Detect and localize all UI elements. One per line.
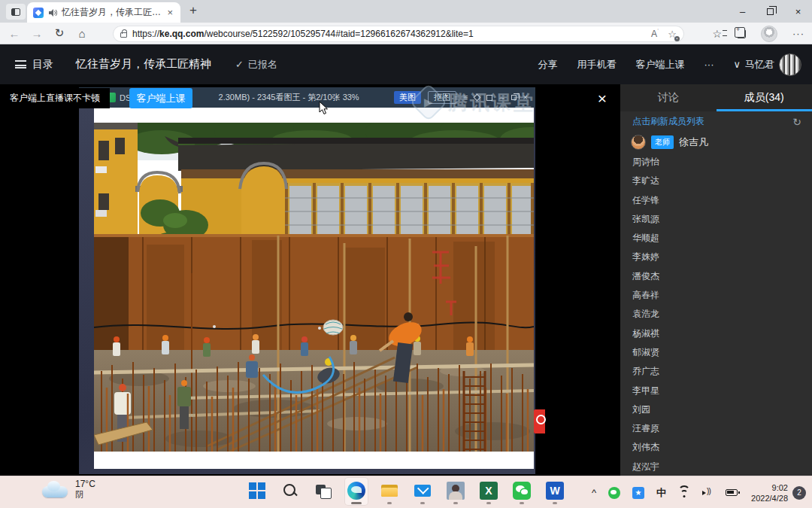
new-tab-button[interactable]: + bbox=[189, 3, 197, 18]
header-more-icon[interactable]: ··· bbox=[704, 59, 714, 70]
window-controls: – × bbox=[729, 0, 812, 23]
watch-on-phone-button[interactable]: 用手机看 bbox=[577, 58, 616, 71]
member-name: 华顺超 bbox=[632, 233, 659, 243]
read-aloud-icon[interactable]: Aʾ bbox=[651, 29, 659, 39]
taskbar-wechat[interactable] bbox=[511, 478, 533, 505]
search-button[interactable] bbox=[279, 478, 301, 505]
tray-star-app-icon[interactable]: ★ bbox=[632, 487, 644, 499]
member-row: 刘园 bbox=[632, 400, 812, 419]
shared-screen-window: DSC003 2.30MB) - 2345看图王 - 第2/10张 33% 美图… bbox=[79, 87, 535, 474]
username: 马忆君 bbox=[745, 58, 774, 71]
volume-icon[interactable] bbox=[702, 488, 714, 497]
window-minimize-button[interactable]: – bbox=[729, 0, 756, 23]
ime-indicator[interactable]: 中 bbox=[656, 486, 666, 500]
collections-icon[interactable] bbox=[737, 29, 746, 38]
member-name: 乔广志 bbox=[632, 366, 659, 376]
member-panel: 讨论 成员(34) 点击刷新成员列表 ↻ 老师 徐吉凡 周诗怡李旷达任学锋张凯源… bbox=[620, 84, 812, 476]
user-avatar bbox=[779, 53, 801, 76]
member-row: 华顺超 bbox=[632, 229, 812, 248]
client-class-button[interactable]: 客户端上课 bbox=[635, 58, 684, 71]
back-button[interactable]: ← bbox=[3, 27, 26, 40]
taskbar-mail[interactable] bbox=[411, 478, 434, 505]
member-name: 刘园 bbox=[632, 404, 650, 415]
tray-wechat-icon[interactable] bbox=[608, 487, 620, 499]
promo-tooltip: 客户端上直播课不卡顿 bbox=[0, 88, 110, 108]
video-player[interactable]: DSC003 2.30MB) - 2345看图王 - 第2/10张 33% 美图… bbox=[0, 84, 620, 476]
refresh-icon[interactable]: ↻ bbox=[792, 116, 801, 128]
taskbar-excel[interactable]: X bbox=[477, 478, 500, 505]
url-text[interactable]: https://ke.qq.com/webcourse/5122592/1052… bbox=[132, 29, 646, 39]
task-view-button[interactable] bbox=[312, 478, 335, 505]
member-row: 周诗怡 bbox=[632, 153, 812, 172]
favorite-add-icon[interactable]: ☆• bbox=[668, 29, 677, 40]
member-row-teacher: 老师 徐吉凡 bbox=[620, 132, 812, 153]
catalog-label[interactable]: 目录 bbox=[32, 58, 53, 71]
member-name: 任学锋 bbox=[632, 195, 659, 205]
favorites-bar-icon[interactable]: ☆ bbox=[712, 28, 722, 40]
viewer-tools-icon[interactable] bbox=[474, 94, 481, 102]
start-button[interactable] bbox=[246, 478, 268, 505]
enrolled-label: 已报名 bbox=[248, 58, 277, 71]
tab-discussion[interactable]: 讨论 bbox=[620, 84, 717, 111]
member-name: 杨淑祺 bbox=[632, 328, 659, 339]
browser-tab[interactable]: 忆往昔岁月，传承工匠精神 × bbox=[27, 2, 180, 23]
url-bar[interactable]: https://ke.qq.com/webcourse/5122592/1052… bbox=[113, 26, 684, 42]
window-restore-button[interactable] bbox=[756, 0, 784, 23]
viewer-menu-icon[interactable]: ≡ bbox=[463, 87, 468, 108]
taskbar-file-explorer[interactable] bbox=[378, 478, 401, 505]
member-row: 潘俊杰 bbox=[632, 267, 812, 286]
tab-close-icon[interactable]: × bbox=[165, 7, 174, 18]
user-menu[interactable]: ∨ 马忆君 bbox=[733, 53, 801, 76]
window-close-button[interactable]: × bbox=[784, 0, 812, 23]
viewer-fullscreen-icon[interactable] bbox=[486, 95, 492, 101]
wifi-icon[interactable] bbox=[678, 488, 690, 497]
member-row: 李甲星 bbox=[632, 382, 812, 400]
tab-audio-icon[interactable] bbox=[48, 8, 57, 17]
clock[interactable]: 9:02 2022/4/28 bbox=[751, 482, 788, 503]
enrolled-status: ✓ 已报名 bbox=[235, 58, 277, 71]
viewer-close-icon[interactable]: × bbox=[523, 87, 528, 108]
viewer-title-right: 2.30MB) - 2345看图王 - 第2/10张 33% bbox=[219, 92, 359, 103]
course-header: 目录 忆往昔岁月，传承工匠精神 ✓ 已报名 分享 用手机看 客户端上课 ··· … bbox=[0, 44, 812, 84]
notification-badge[interactable]: 2 bbox=[792, 486, 806, 500]
forward-button[interactable]: → bbox=[26, 27, 48, 40]
construction-photo bbox=[94, 123, 534, 452]
viewer-minimize-icon[interactable]: – bbox=[499, 87, 504, 108]
tab-members[interactable]: 成员(34) bbox=[717, 84, 812, 111]
share-button[interactable]: 分享 bbox=[538, 58, 557, 71]
floating-red-badge[interactable] bbox=[534, 409, 545, 433]
battery-icon[interactable] bbox=[726, 489, 738, 496]
windows-logo-icon bbox=[248, 482, 266, 500]
tab-actions-button[interactable] bbox=[6, 4, 26, 20]
edge-icon bbox=[347, 482, 365, 500]
member-name: 周诗怡 bbox=[632, 157, 659, 167]
screen: 忆往昔岁月，传承工匠精神 × + – × ← → ↻ ⌂ https://ke.… bbox=[0, 0, 812, 508]
member-name: 郁淑贤 bbox=[632, 347, 659, 357]
promo-close-icon[interactable]: × bbox=[592, 89, 612, 108]
client-class-cta-button[interactable]: 客户端上课 bbox=[129, 88, 192, 108]
list-lines-icon bbox=[723, 30, 727, 36]
member-row: 乔广志 bbox=[632, 362, 812, 381]
meitu-button[interactable]: 美图 bbox=[394, 91, 421, 104]
taskbar-edge[interactable] bbox=[345, 478, 368, 505]
browser-menu-icon[interactable]: ··· bbox=[792, 28, 804, 39]
catalog-menu-icon[interactable] bbox=[15, 60, 26, 68]
refresh-members-link[interactable]: 点击刷新成员列表 bbox=[632, 115, 704, 128]
member-name: 刘伟杰 bbox=[632, 442, 659, 452]
home-button[interactable]: ⌂ bbox=[71, 27, 93, 40]
restore-icon bbox=[767, 8, 774, 15]
refresh-button[interactable]: ↻ bbox=[48, 26, 71, 40]
taskbar-photos[interactable] bbox=[444, 478, 467, 505]
browser-profile-avatar[interactable] bbox=[761, 26, 777, 42]
member-row: 袁浩龙 bbox=[632, 305, 812, 324]
koutu-button[interactable]: 抠图 bbox=[428, 91, 456, 104]
teacher-avatar bbox=[631, 135, 646, 150]
site-favicon-icon bbox=[33, 8, 44, 18]
member-row: 张凯源 bbox=[632, 210, 812, 229]
tray-expand-icon[interactable]: ^ bbox=[592, 487, 596, 498]
word-icon: W bbox=[546, 482, 564, 500]
viewer-restore-icon[interactable] bbox=[511, 95, 517, 100]
member-name: 高春祥 bbox=[632, 290, 659, 300]
teacher-name: 徐吉凡 bbox=[679, 135, 708, 149]
taskbar-word[interactable]: W bbox=[544, 478, 566, 505]
